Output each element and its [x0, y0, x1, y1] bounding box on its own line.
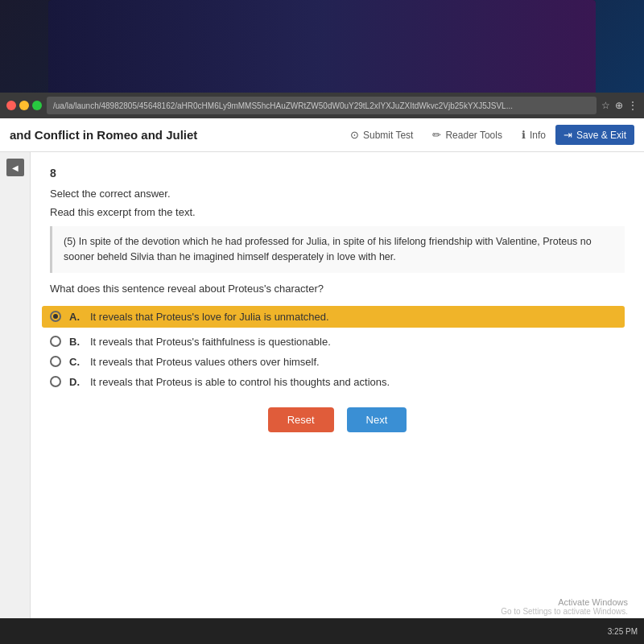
submit-test-button[interactable]: ⊙ Submit Test — [341, 124, 423, 146]
maximize-window-button[interactable] — [32, 101, 42, 110]
reader-tools-button[interactable]: ✏ Reader Tools — [423, 124, 512, 146]
question-area: 8 Select the correct answer. Read this e… — [31, 152, 644, 644]
menu-icon[interactable]: ⋮ — [628, 100, 638, 111]
answer-choices: A. It reveals that Proteus's love for Ju… — [50, 306, 625, 388]
question-text: What does this sentence reveal about Pro… — [50, 283, 625, 295]
taskbar: 3:25 PM — [0, 618, 644, 644]
choice-b-label: B. — [69, 336, 82, 348]
main-content: ◀ 8 Select the correct answer. Read this… — [0, 152, 644, 644]
browser-chrome: /ua/la/launch/48982805/45648162/aHR0cHM6… — [0, 93, 644, 118]
save-icon: ⇥ — [564, 129, 572, 141]
action-buttons: Reset Next — [50, 407, 625, 432]
choice-c[interactable]: C. It reveals that Proteus values others… — [50, 356, 625, 368]
radio-a-inner — [53, 314, 58, 319]
choice-d-text: It reveals that Proteus is able to contr… — [90, 376, 625, 388]
save-exit-button[interactable]: ⇥ Save & Exit — [555, 125, 634, 145]
info-button[interactable]: ℹ Info — [512, 124, 555, 146]
address-bar[interactable]: /ua/la/launch/48982805/45648162/aHR0cHM6… — [47, 97, 597, 114]
radio-c — [50, 356, 61, 367]
excerpt-text: (5) In spite of the devotion which he ha… — [64, 236, 592, 262]
radio-a — [50, 311, 61, 322]
next-button[interactable]: Next — [347, 407, 407, 432]
activate-windows-subtitle: Go to Settings to activate Windows. — [501, 607, 628, 616]
choice-a-text: It reveals that Proteus's love for Julia… — [90, 311, 617, 323]
radio-b — [50, 336, 61, 347]
url-text: /ua/la/launch/48982805/45648162/aHR0cHM6… — [53, 101, 590, 110]
choice-c-text: It reveals that Proteus values others ov… — [90, 356, 625, 368]
window-controls — [6, 101, 42, 110]
choice-a-label: A. — [69, 311, 82, 323]
extensions-icon[interactable]: ⊕ — [615, 100, 623, 111]
laptop-screen-top — [48, 0, 596, 93]
activate-windows-title: Activate Windows — [501, 597, 628, 607]
choice-d-label: D. — [69, 376, 82, 388]
info-icon: ℹ — [522, 129, 526, 141]
minimize-window-button[interactable] — [19, 101, 29, 110]
sidebar-toggle-button[interactable]: ◀ — [6, 159, 24, 176]
reset-button[interactable]: Reset — [268, 407, 334, 432]
bookmark-icon[interactable]: ☆ — [601, 100, 610, 111]
submit-icon: ⊙ — [350, 129, 359, 141]
radio-d — [50, 376, 61, 387]
read-instruction-text: Read this excerpt from the text. — [50, 206, 625, 218]
info-label: Info — [530, 130, 546, 141]
app-toolbar: and Conflict in Romeo and Juliet ⊙ Submi… — [0, 118, 644, 152]
app-title: and Conflict in Romeo and Juliet — [10, 128, 341, 142]
choice-a[interactable]: A. It reveals that Proteus's love for Ju… — [42, 306, 625, 328]
excerpt-box: (5) In spite of the devotion which he ha… — [50, 226, 625, 273]
question-number: 8 — [50, 167, 625, 180]
taskbar-time: 3:25 PM — [608, 627, 638, 636]
choice-b[interactable]: B. It reveals that Proteus's faithfulnes… — [50, 336, 625, 348]
sidebar: ◀ — [0, 152, 31, 644]
close-window-button[interactable] — [6, 101, 16, 110]
reader-tools-label: Reader Tools — [445, 130, 502, 141]
save-exit-label: Save & Exit — [576, 130, 626, 141]
choice-b-text: It reveals that Proteus's faithfulness i… — [90, 336, 625, 348]
choice-d[interactable]: D. It reveals that Proteus is able to co… — [50, 376, 625, 388]
instruction-text: Select the correct answer. — [50, 188, 625, 200]
browser-window: /ua/la/launch/48982805/45648162/aHR0cHM6… — [0, 93, 644, 644]
reader-icon: ✏ — [432, 129, 441, 141]
browser-icons: ☆ ⊕ ⋮ — [601, 100, 638, 111]
activate-windows-watermark: Activate Windows Go to Settings to activ… — [501, 597, 628, 616]
choice-c-label: C. — [69, 356, 82, 368]
submit-test-label: Submit Test — [363, 130, 413, 141]
screen-content — [48, 0, 596, 93]
